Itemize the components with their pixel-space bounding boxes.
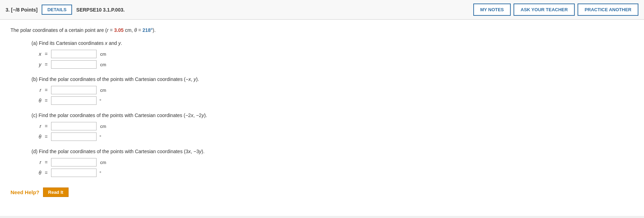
part-c-theta-input[interactable] bbox=[51, 132, 97, 141]
part-c-theta-unit: ° bbox=[99, 134, 101, 139]
part-b-r-unit: cm bbox=[100, 88, 106, 93]
d-r-equals: = bbox=[45, 159, 48, 165]
part-d-label: (d) Find the polar coordinates of the po… bbox=[31, 148, 634, 155]
c-theta-var-label: θ bbox=[31, 134, 41, 139]
y-var-label: y bbox=[31, 62, 41, 67]
intro-text: The polar coordinates of a certain point… bbox=[10, 27, 634, 34]
b-r-equals: = bbox=[45, 87, 48, 93]
part-a-y-input[interactable] bbox=[51, 60, 97, 69]
b-theta-var-label: θ bbox=[31, 98, 41, 103]
theta-equals: = bbox=[137, 27, 142, 33]
b-r-var-label: r bbox=[31, 87, 41, 93]
details-button[interactable]: DETAILS bbox=[42, 5, 72, 15]
equals-sign: = bbox=[45, 51, 48, 57]
header-buttons: MY NOTES ASK YOUR TEACHER PRACTICE ANOTH… bbox=[473, 4, 638, 16]
header-bar: 3. [−/8 Points] DETAILS SERPSE10 3.1.P.0… bbox=[0, 0, 644, 20]
r-unit: cm, bbox=[123, 27, 134, 33]
d-theta-var-label: θ bbox=[31, 170, 41, 176]
part-a: (a) Find its Cartesian coordinates x and… bbox=[31, 40, 634, 69]
d-r-var-label: r bbox=[31, 159, 41, 165]
d-theta-equals: = bbox=[45, 170, 48, 176]
part-b-r-input[interactable] bbox=[51, 86, 97, 94]
part-c: (c) Find the polar coordinates of the po… bbox=[31, 112, 634, 141]
main-content: The polar coordinates of a certain point… bbox=[0, 20, 644, 216]
part-d: (d) Find the polar coordinates of the po… bbox=[31, 148, 634, 177]
ask-teacher-button[interactable]: ASK YOUR TEACHER bbox=[514, 4, 575, 16]
problem-number: 3. [−/8 Points] bbox=[6, 7, 37, 13]
part-c-theta-row: θ = ° bbox=[31, 132, 634, 141]
part-d-r-unit: cm bbox=[100, 160, 106, 165]
part-d-theta-row: θ = ° bbox=[31, 169, 634, 177]
b-theta-equals: = bbox=[45, 98, 48, 103]
part-c-r-row: r = cm bbox=[31, 122, 634, 130]
part-d-theta-unit: ° bbox=[99, 170, 101, 176]
part-c-label: (c) Find the polar coordinates of the po… bbox=[31, 112, 634, 119]
intro-suffix: ). bbox=[153, 27, 156, 33]
c-r-equals: = bbox=[45, 123, 48, 129]
part-b-r-row: r = cm bbox=[31, 86, 634, 94]
part-b-theta-unit: ° bbox=[99, 98, 101, 103]
read-it-button[interactable]: Read It bbox=[43, 188, 69, 197]
part-c-r-unit: cm bbox=[100, 124, 106, 129]
part-d-r-row: r = cm bbox=[31, 158, 634, 166]
part-b-label: (b) Find the polar coordinates of the po… bbox=[31, 76, 634, 83]
practice-another-button[interactable]: PRACTICE ANOTHER bbox=[578, 4, 638, 16]
part-a-x-input[interactable] bbox=[51, 50, 97, 58]
part-b-theta-row: θ = ° bbox=[31, 96, 634, 105]
part-b-theta-input[interactable] bbox=[51, 96, 97, 105]
my-notes-button[interactable]: MY NOTES bbox=[473, 4, 511, 16]
part-d-r-input[interactable] bbox=[51, 158, 97, 166]
c-theta-equals: = bbox=[45, 134, 48, 139]
part-d-theta-input[interactable] bbox=[51, 169, 97, 177]
equals-sign-y: = bbox=[45, 62, 48, 67]
c-r-var-label: r bbox=[31, 123, 41, 129]
part-b: (b) Find the polar coordinates of the po… bbox=[31, 76, 634, 105]
part-c-r-input[interactable] bbox=[51, 122, 97, 130]
r-value: 3.05 bbox=[114, 27, 123, 33]
part-a-y-row: y = cm bbox=[31, 60, 634, 69]
need-help-section: Need Help? Read It bbox=[10, 188, 634, 197]
intro-prefix: The polar coordinates of a certain point… bbox=[10, 27, 107, 33]
r-equals: = bbox=[108, 27, 114, 33]
problem-id: SERPSE10 3.1.P.003. bbox=[76, 7, 469, 13]
part-a-x-unit: cm bbox=[100, 52, 106, 57]
part-a-y-unit: cm bbox=[100, 62, 106, 67]
x-var-label: x bbox=[31, 51, 41, 57]
theta-value: 218° bbox=[142, 27, 153, 33]
need-help-label: Need Help? bbox=[10, 189, 40, 195]
part-a-x-row: x = cm bbox=[31, 50, 634, 58]
part-a-label: (a) Find its Cartesian coordinates x and… bbox=[31, 40, 634, 47]
